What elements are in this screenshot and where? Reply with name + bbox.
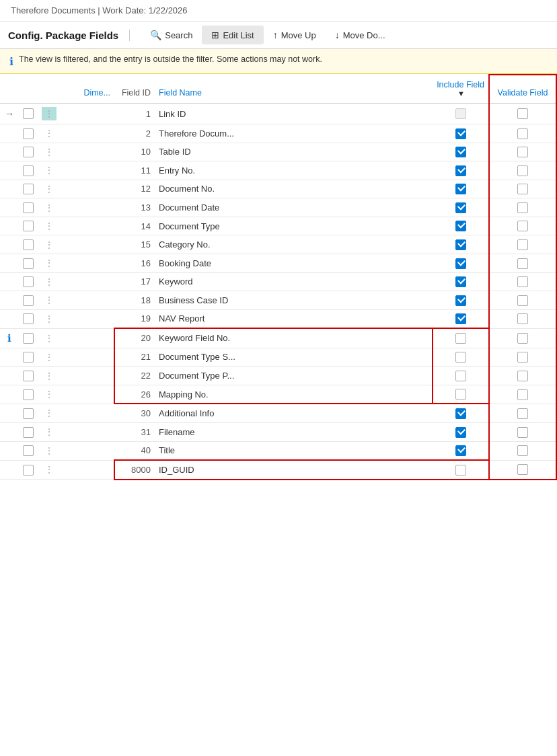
row-include-cell[interactable] — [433, 198, 489, 217]
row-include-cell[interactable] — [433, 367, 489, 385]
row-include-cell[interactable] — [433, 441, 489, 460]
row-select-cell[interactable] — [19, 291, 38, 310]
row-select-cell[interactable] — [19, 272, 38, 291]
row-include-cell[interactable] — [433, 104, 489, 124]
row-checkbox[interactable] — [23, 313, 34, 324]
row-checkbox[interactable] — [23, 371, 34, 381]
row-include-cell[interactable] — [433, 291, 489, 310]
row-drag-cell[interactable]: ⋮ — [38, 198, 61, 217]
validate-checkbox[interactable] — [517, 295, 528, 306]
row-validate-cell[interactable] — [489, 367, 556, 385]
drag-handle[interactable]: ⋮ — [44, 258, 54, 268]
row-drag-cell[interactable]: ⋮ — [38, 180, 61, 198]
row-include-cell[interactable] — [433, 254, 489, 272]
include-checkbox[interactable] — [455, 221, 466, 231]
row-select-cell[interactable] — [19, 254, 38, 272]
include-checkbox[interactable] — [455, 465, 466, 476]
row-drag-cell[interactable]: ⋮ — [38, 217, 61, 235]
row-select-cell[interactable] — [19, 367, 38, 385]
row-validate-cell[interactable] — [489, 404, 556, 422]
row-include-cell[interactable] — [433, 348, 489, 367]
row-drag-cell[interactable]: ⋮ — [38, 161, 61, 180]
validate-checkbox[interactable] — [517, 371, 528, 381]
drag-handle[interactable]: ⋮ — [42, 107, 57, 120]
row-drag-cell[interactable]: ⋮ — [38, 422, 61, 441]
include-checkbox[interactable] — [455, 184, 466, 194]
row-validate-cell[interactable] — [489, 254, 556, 272]
validate-checkbox[interactable] — [517, 445, 528, 456]
include-checkbox[interactable] — [455, 408, 466, 419]
row-select-cell[interactable] — [19, 441, 38, 460]
row-select-cell[interactable] — [19, 404, 38, 422]
row-validate-cell[interactable] — [489, 272, 556, 291]
row-include-cell[interactable] — [433, 460, 489, 480]
row-validate-cell[interactable] — [489, 198, 556, 217]
validate-checkbox[interactable] — [517, 408, 528, 419]
row-drag-cell[interactable]: ⋮ — [38, 309, 61, 328]
drag-handle[interactable]: ⋮ — [44, 295, 54, 305]
validate-checkbox[interactable] — [517, 258, 528, 269]
row-checkbox[interactable] — [23, 258, 34, 269]
validate-checkbox[interactable] — [517, 239, 528, 250]
validate-checkbox[interactable] — [517, 333, 528, 344]
row-validate-cell[interactable] — [489, 291, 556, 310]
validate-checkbox[interactable] — [517, 184, 528, 194]
validate-checkbox[interactable] — [517, 128, 528, 139]
row-checkbox[interactable] — [23, 184, 34, 194]
include-checkbox[interactable] — [455, 295, 466, 306]
row-select-cell[interactable] — [19, 180, 38, 198]
row-drag-cell[interactable]: ⋮ — [38, 328, 61, 348]
validate-checkbox[interactable] — [517, 202, 528, 213]
drag-handle[interactable]: ⋮ — [44, 221, 54, 231]
row-checkbox[interactable] — [23, 221, 34, 231]
row-drag-cell[interactable]: ⋮ — [38, 254, 61, 272]
edit-list-button[interactable]: ⊞ Edit List — [202, 26, 263, 44]
row-validate-cell[interactable] — [489, 441, 556, 460]
drag-handle[interactable]: ⋮ — [44, 333, 54, 344]
validate-checkbox[interactable] — [517, 221, 528, 231]
include-checkbox[interactable] — [455, 427, 466, 438]
row-drag-cell[interactable]: ⋮ — [38, 385, 61, 404]
drag-handle[interactable]: ⋮ — [44, 371, 54, 381]
row-checkbox[interactable] — [23, 295, 34, 306]
row-checkbox[interactable] — [23, 147, 34, 157]
drag-handle[interactable]: ⋮ — [44, 352, 54, 363]
drag-handle[interactable]: ⋮ — [44, 202, 54, 213]
row-include-cell[interactable] — [433, 143, 489, 161]
row-drag-cell[interactable]: ⋮ — [38, 291, 61, 310]
drag-handle[interactable]: ⋮ — [44, 147, 54, 157]
row-checkbox[interactable] — [23, 165, 34, 176]
include-checkbox[interactable] — [455, 202, 466, 213]
row-drag-cell[interactable]: ⋮ — [38, 272, 61, 291]
filter-icon[interactable]: ▼ — [457, 89, 465, 98]
include-checkbox[interactable] — [455, 108, 466, 119]
validate-checkbox[interactable] — [517, 313, 528, 324]
row-checkbox[interactable] — [23, 108, 34, 119]
include-checkbox[interactable] — [455, 352, 466, 363]
row-select-cell[interactable] — [19, 460, 38, 480]
include-checkbox[interactable] — [455, 258, 466, 269]
drag-handle[interactable]: ⋮ — [44, 426, 54, 437]
row-select-cell[interactable] — [19, 124, 38, 143]
validate-checkbox[interactable] — [517, 147, 528, 157]
row-include-cell[interactable] — [433, 404, 489, 422]
validate-checkbox[interactable] — [517, 464, 528, 475]
row-select-cell[interactable] — [19, 161, 38, 180]
row-checkbox[interactable] — [23, 202, 34, 213]
row-drag-cell[interactable]: ⋮ — [38, 348, 61, 367]
row-drag-cell[interactable]: ⋮ — [38, 404, 61, 422]
search-button[interactable]: 🔍 Search — [141, 26, 202, 44]
row-validate-cell[interactable] — [489, 422, 556, 441]
row-drag-cell[interactable]: ⋮ — [38, 367, 61, 385]
drag-handle[interactable]: ⋮ — [44, 464, 54, 475]
include-checkbox[interactable] — [455, 128, 466, 139]
row-select-cell[interactable] — [19, 235, 38, 254]
row-select-cell[interactable] — [19, 328, 38, 348]
row-validate-cell[interactable] — [489, 104, 556, 124]
row-validate-cell[interactable] — [489, 217, 556, 235]
row-include-cell[interactable] — [433, 180, 489, 198]
validate-checkbox[interactable] — [517, 276, 528, 287]
row-drag-cell[interactable]: ⋮ — [38, 143, 61, 161]
row-include-cell[interactable] — [433, 385, 489, 404]
validate-checkbox[interactable] — [517, 427, 528, 438]
